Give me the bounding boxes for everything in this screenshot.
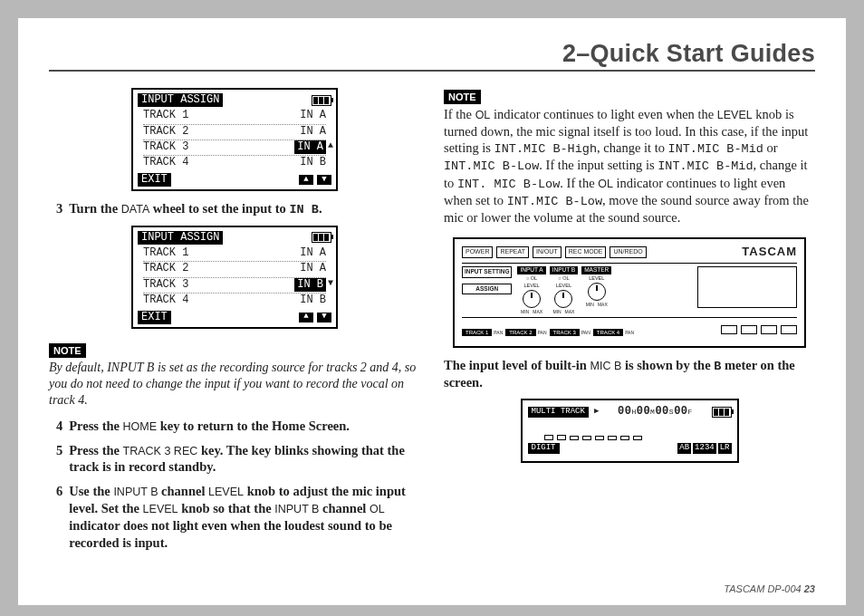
step-4: 4 Press the HOME key to return to the Ho… — [56, 418, 420, 435]
device-leds — [721, 325, 797, 334]
device-button: REC MODE — [565, 246, 607, 258]
lcd-input-assign-1: INPUT ASSIGN TRACK 1IN ATRACK 2IN A▲TRAC… — [131, 88, 338, 191]
meter-ab: AB — [677, 443, 691, 454]
note-tag: NOTE — [444, 90, 481, 104]
bottom-bold-line: The input level of built-in MIC B is sho… — [444, 357, 815, 391]
lcd-track-row: ▲TRACK 3IN A — [138, 140, 331, 154]
exit-button: EXIT — [138, 173, 171, 187]
right-note-paragraph: If the OL indicator continues to light e… — [444, 106, 815, 226]
device-button: UN/REDO — [610, 246, 646, 258]
device-screen — [697, 266, 797, 308]
lcd-track-row: TRACK 2IN A — [138, 262, 331, 275]
lcd-header: INPUT ASSIGN — [138, 93, 223, 107]
note-tag: NOTE — [49, 343, 86, 358]
lcd-track-row: ▼TRACK 3IN B — [138, 278, 331, 292]
up-arrow-icon: ▲ — [299, 175, 313, 185]
lcd-track-row: TRACK 4IN B — [138, 156, 331, 169]
step-3: 3 Turn the DATA wheel to set the input t… — [56, 200, 420, 218]
page-footer: TASCAM DP-004 23 — [724, 583, 815, 594]
battery-icon — [312, 95, 331, 106]
meter-1234: 1234 — [693, 443, 716, 454]
down-arrow-icon: ▼ — [317, 175, 331, 185]
device-brand: TASCAM — [742, 245, 797, 260]
battery-icon — [312, 232, 331, 243]
lcd-header: INPUT ASSIGN — [138, 231, 223, 245]
down-arrow-icon: ▼ — [317, 313, 331, 322]
up-arrow-icon: ▲ — [299, 313, 313, 322]
lcd-track-row: TRACK 1IN A — [138, 246, 331, 260]
device-button: REPEAT — [496, 246, 529, 258]
meter-bars — [544, 422, 715, 440]
lcd-track-row: TRACK 2IN A — [138, 125, 331, 139]
left-column: INPUT ASSIGN TRACK 1IN ATRACK 2IN A▲TRAC… — [49, 88, 420, 559]
step-6: 6 Use the INPUT B channel LEVEL knob to … — [56, 483, 420, 551]
exit-button: EXIT — [138, 311, 171, 324]
time-counter: 00H00M00S00F — [599, 405, 711, 419]
note-text: By default, INPUT B is set as the record… — [49, 360, 420, 409]
battery-icon — [712, 407, 732, 418]
device-button: IN/OUT — [533, 246, 562, 258]
meter-lr: LR — [718, 443, 732, 454]
page-title: 2–Quick Start Guides — [49, 40, 815, 72]
device-diagram: POWERREPEATIN/OUTREC MODEUN/REDO TASCAM … — [453, 237, 806, 348]
right-column: NOTE If the OL indicator continues to li… — [444, 88, 815, 559]
device-button: POWER — [462, 246, 493, 258]
meter-lcd: MULTI TRACK ▶ 00H00M00S00F DIGIT AB 1234… — [521, 399, 739, 463]
multi-track-label: MULTI TRACK — [528, 407, 589, 418]
digit-label: DIGIT — [528, 443, 560, 454]
step-5: 5 Press the TRACK 3 REC key. The key bli… — [56, 442, 420, 476]
lcd-input-assign-2: INPUT ASSIGN TRACK 1IN ATRACK 2IN A▼TRAC… — [131, 226, 338, 329]
lcd-track-row: TRACK 1IN A — [138, 109, 331, 122]
lcd-track-row: TRACK 4IN B — [138, 294, 331, 307]
